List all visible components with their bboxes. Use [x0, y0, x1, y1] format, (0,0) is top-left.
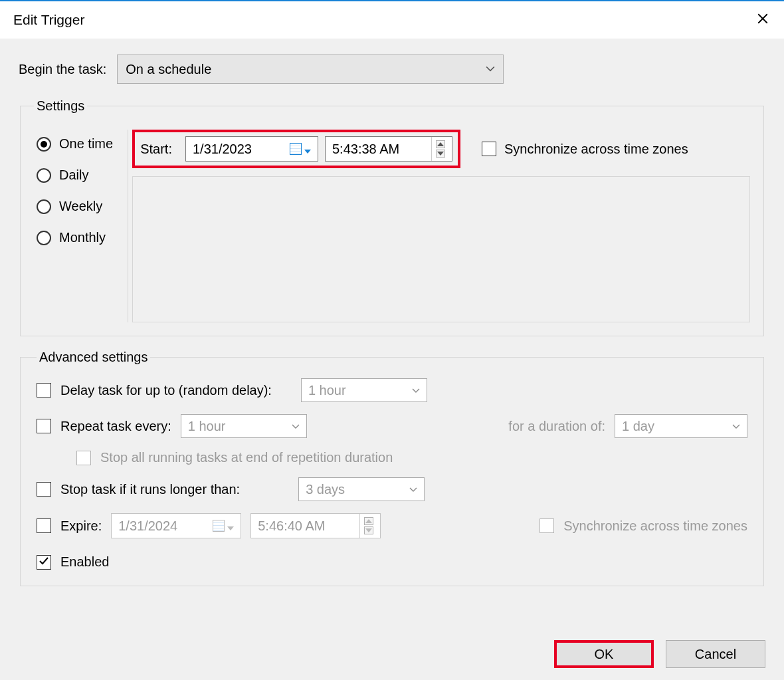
start-row-highlight: Start: 1/31/2023 5:43:38 AM [132, 130, 460, 168]
dialog-buttons: OK Cancel [19, 628, 765, 668]
expire-row: Expire: 1/31/2024 5:46:40 AM [37, 513, 747, 538]
chevron-down-icon [409, 482, 417, 497]
stop-repetition-row: Stop all running tasks at end of repetit… [37, 450, 747, 465]
sync-timezones-label: Synchronize across time zones [504, 142, 688, 157]
repeat-combo[interactable]: 1 hour [181, 414, 307, 438]
titlebar: Edit Trigger [0, 1, 784, 39]
chevron-down-icon [412, 383, 420, 398]
start-time-input[interactable]: 5:43:38 AM [325, 136, 452, 162]
radio-weekly[interactable]: Weekly [37, 199, 113, 214]
close-button[interactable] [755, 12, 771, 28]
calendar-dropdown-icon [290, 142, 311, 157]
radio-label: Monthly [59, 230, 106, 245]
delay-value: 1 hour [308, 383, 346, 398]
frequency-detail-panel [132, 176, 750, 322]
expire-date-value: 1/31/2024 [118, 518, 177, 534]
window-title: Edit Trigger [13, 12, 84, 28]
radio-daily[interactable]: Daily [37, 168, 113, 183]
settings-group: Settings One time Daily Weekly [20, 98, 764, 336]
advanced-settings-group: Advanced settings Delay task for up to (… [20, 350, 764, 586]
start-label: Start: [140, 142, 179, 157]
radio-label: Weekly [59, 199, 102, 214]
radio-monthly[interactable]: Monthly [37, 230, 113, 245]
radio-one-time[interactable]: One time [37, 136, 113, 152]
enabled-checkbox[interactable] [37, 555, 51, 570]
radio-icon [37, 199, 51, 214]
duration-label: for a duration of: [508, 419, 605, 434]
start-date-input[interactable]: 1/31/2023 [185, 136, 318, 162]
close-icon [757, 13, 769, 27]
expire-sync-checkbox [539, 518, 554, 533]
delay-combo[interactable]: 1 hour [301, 378, 427, 402]
start-date-value: 1/31/2023 [193, 142, 252, 157]
settings-detail: Start: 1/31/2023 5:43:38 AM [128, 130, 750, 322]
ok-label: OK [595, 647, 614, 662]
stop-repetition-label: Stop all running tasks at end of repetit… [100, 450, 393, 465]
frequency-radios: One time Daily Weekly Monthly [34, 130, 113, 245]
expire-date-input[interactable]: 1/31/2024 [111, 513, 241, 538]
stop-if-checkbox[interactable] [37, 482, 51, 497]
edit-trigger-dialog: Edit Trigger Begin the task: On a schedu… [0, 0, 784, 680]
repeat-checkbox[interactable] [37, 419, 51, 433]
delay-label: Delay task for up to (random delay): [60, 383, 272, 398]
duration-value: 1 day [622, 419, 654, 434]
radio-icon [37, 231, 51, 245]
start-time-value: 5:43:38 AM [332, 142, 399, 157]
spinner-icon [359, 514, 373, 538]
stop-if-value: 3 days [306, 482, 345, 497]
chevron-down-icon [292, 419, 300, 434]
sync-timezones-row: Synchronize across time zones [482, 142, 688, 157]
begin-task-row: Begin the task: On a schedule [19, 55, 765, 84]
ok-button[interactable]: OK [554, 640, 654, 668]
calendar-dropdown-icon [213, 518, 234, 534]
settings-legend: Settings [34, 98, 87, 114]
expire-sync-label: Synchronize across time zones [563, 518, 747, 534]
enabled-label: Enabled [60, 554, 109, 570]
sync-timezones-checkbox[interactable] [482, 142, 496, 156]
begin-task-label: Begin the task: [19, 62, 106, 77]
stop-if-combo[interactable]: 3 days [298, 477, 425, 501]
begin-task-value: On a schedule [126, 62, 211, 77]
radio-icon [37, 168, 51, 183]
stop-repetition-checkbox [76, 451, 91, 465]
delay-row: Delay task for up to (random delay): 1 h… [37, 378, 747, 402]
chevron-down-icon [486, 62, 495, 77]
radio-label: Daily [59, 168, 88, 183]
advanced-legend: Advanced settings [37, 350, 150, 365]
duration-combo[interactable]: 1 day [615, 414, 747, 438]
delay-checkbox[interactable] [37, 383, 51, 397]
dialog-content: Begin the task: On a schedule Settings O… [0, 39, 784, 680]
spinner-icon [431, 137, 445, 161]
begin-task-select[interactable]: On a schedule [117, 55, 504, 84]
chevron-down-icon [732, 419, 740, 434]
stop-if-label: Stop task if it runs longer than: [60, 482, 240, 497]
expire-label: Expire: [60, 518, 102, 534]
repeat-row: Repeat task every: 1 hour for a duration… [37, 414, 747, 438]
radio-icon [37, 137, 51, 152]
enabled-row: Enabled [37, 554, 747, 570]
repeat-value: 1 hour [188, 419, 226, 434]
expire-checkbox[interactable] [37, 518, 51, 533]
stop-if-row: Stop task if it runs longer than: 3 days [37, 477, 747, 501]
radio-label: One time [59, 136, 113, 152]
check-icon [39, 554, 49, 570]
cancel-label: Cancel [695, 647, 736, 662]
repeat-label: Repeat task every: [60, 419, 171, 434]
cancel-button[interactable]: Cancel [666, 640, 765, 668]
expire-time-input[interactable]: 5:46:40 AM [250, 513, 381, 538]
expire-time-value: 5:46:40 AM [258, 518, 325, 534]
